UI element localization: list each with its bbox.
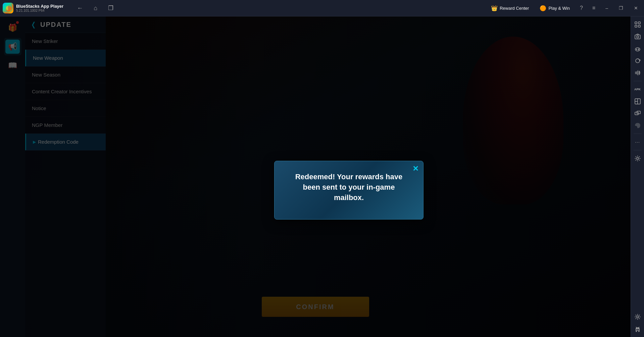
app-title-block: BlueStacks App Player 5.21.101.1002 P64	[16, 4, 63, 12]
apk-label: APK	[634, 88, 641, 91]
right-sidebar: APK ···	[631, 16, 644, 337]
app-version: 5.21.101.1002 P64	[16, 9, 63, 12]
reward-center-label: Reward Center	[500, 6, 529, 11]
close-button[interactable]: ✕	[631, 4, 641, 12]
app-logo	[3, 3, 13, 13]
svg-rect-3	[635, 25, 637, 27]
sidebar-icon-volume[interactable]	[632, 67, 643, 78]
sidebar-icon-more[interactable]: ···	[632, 137, 643, 147]
svg-line-24	[639, 327, 639, 328]
sidebar-icon-rotate[interactable]	[632, 55, 643, 66]
sidebar-icon-fullscreen[interactable]	[632, 19, 643, 30]
sidebar-divider-2	[634, 134, 642, 134]
sidebar-icon-android[interactable]	[632, 324, 643, 334]
dialog-message: Redeemed! Your rewards have been sent to…	[288, 172, 410, 203]
restore-button[interactable]: ❐	[615, 4, 627, 12]
svg-point-21	[637, 328, 637, 329]
titlebar-left: BlueStacks App Player 5.21.101.1002 P64 …	[0, 3, 488, 13]
svg-line-23	[636, 327, 637, 328]
crown-icon: 👑	[491, 5, 498, 11]
orange-icon: 🟠	[540, 5, 546, 11]
sidebar-icon-bottom-settings[interactable]	[632, 311, 643, 322]
nav-buttons: ← ⌂ ❐	[66, 3, 116, 13]
home-button[interactable]: ⌂	[91, 3, 100, 13]
sidebar-icon-settings[interactable]	[632, 153, 643, 164]
minimize-button[interactable]: –	[602, 4, 611, 12]
titlebar-right: 👑 Reward Center 🟠 Play & Win ? ≡ – ❐ ✕	[488, 4, 644, 13]
dialog-close-button[interactable]: ✕	[412, 164, 418, 173]
menu-button[interactable]: ≡	[590, 4, 598, 12]
svg-rect-17	[635, 112, 638, 115]
svg-rect-2	[638, 22, 640, 24]
multi-button[interactable]: ❐	[105, 3, 116, 13]
dialog: ✕ Redeemed! Your rewards have been sent …	[274, 161, 424, 219]
more-dots-icon: ···	[635, 139, 640, 145]
svg-rect-1	[635, 22, 637, 24]
reward-center-button[interactable]: 👑 Reward Center	[488, 4, 532, 13]
sidebar-icon-gamepad[interactable]	[632, 43, 643, 54]
modal-overlay[interactable]: ✕ Redeemed! Your rewards have been sent …	[0, 16, 631, 337]
svg-marker-13	[639, 60, 640, 61]
svg-rect-4	[638, 25, 640, 27]
main-content: CONFIRM 🎁 📢 📖 ❮ UPDATE	[0, 16, 631, 337]
sidebar-icon-camera[interactable]	[632, 31, 643, 42]
svg-rect-5	[635, 35, 640, 39]
sidebar-divider-3	[634, 150, 642, 150]
titlebar: BlueStacks App Player 5.21.101.1002 P64 …	[0, 0, 644, 16]
svg-point-19	[637, 157, 639, 159]
play-win-button[interactable]: 🟠 Play & Win	[536, 4, 573, 13]
sidebar-divider-1	[634, 81, 642, 81]
svg-rect-18	[637, 111, 640, 114]
sidebar-icon-layout[interactable]	[632, 96, 643, 107]
app-name: BlueStacks App Player	[16, 4, 63, 9]
svg-point-20	[637, 316, 639, 318]
sidebar-icon-multi-window[interactable]	[632, 108, 643, 119]
back-button[interactable]: ←	[74, 3, 86, 13]
help-button[interactable]: ?	[577, 4, 586, 12]
svg-point-6	[637, 36, 639, 38]
svg-point-11	[638, 49, 639, 50]
sidebar-icon-eco[interactable]	[632, 120, 643, 131]
play-win-label: Play & Win	[548, 6, 570, 11]
svg-point-22	[638, 328, 639, 329]
sidebar-icon-apk[interactable]: APK	[632, 84, 643, 95]
